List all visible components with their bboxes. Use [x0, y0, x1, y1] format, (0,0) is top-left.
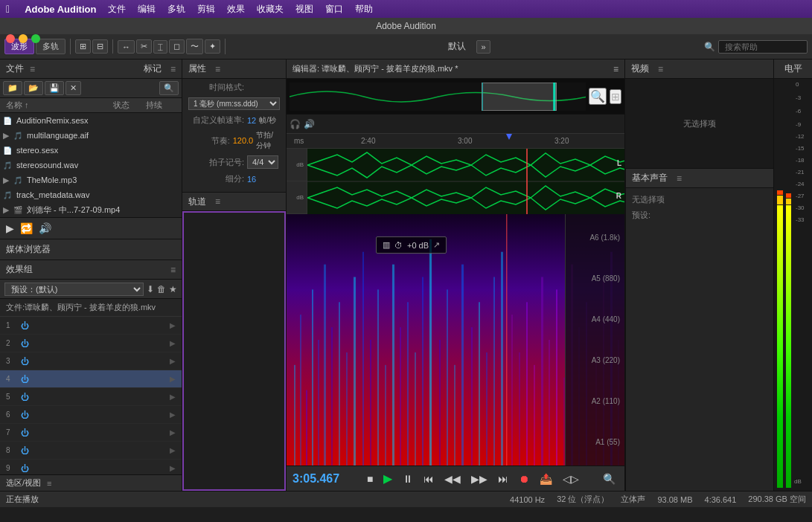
- file-item-1[interactable]: ▶ 🎵 multilanguage.aif: [0, 128, 182, 143]
- freq-a5: A5 (880): [566, 274, 624, 283]
- goto-end-btn[interactable]: ⏭: [495, 471, 511, 486]
- effect-power-6[interactable]: ⏻: [21, 410, 31, 419]
- scroll-right-btn[interactable]: ⊞: [610, 89, 621, 104]
- meter-scale: 0 -3 -6 -9 -12 -15 -18 -21 -24 -27 -30 -…: [794, 82, 809, 488]
- menu-multitrack[interactable]: 多轨: [167, 3, 185, 16]
- goto-start-btn[interactable]: ⏮: [421, 471, 437, 486]
- effect-power-8[interactable]: ⏻: [21, 446, 31, 455]
- effects-star-btn[interactable]: ★: [169, 284, 177, 294]
- search-file-btn[interactable]: 🔍: [159, 81, 179, 95]
- effect-item-3[interactable]: 3 ⏻ ▶: [0, 352, 182, 370]
- time-format-select[interactable]: 1 毫秒 (mm:ss.ddd): [188, 97, 280, 110]
- menu-window[interactable]: 窗口: [325, 3, 343, 16]
- loop-btn[interactable]: 🔁: [20, 222, 33, 234]
- pause-btn[interactable]: ⏸: [400, 471, 416, 486]
- search-input[interactable]: [718, 40, 808, 54]
- video-content: 无选择项: [625, 79, 773, 168]
- rewind-btn[interactable]: ◀◀: [441, 471, 464, 486]
- menu-view[interactable]: 视图: [295, 3, 313, 16]
- timeline-ruler: ms 2:40 3:00 3:20 3:40 4:00: [287, 134, 624, 149]
- apple-menu[interactable]: : [6, 3, 10, 15]
- right-side-panels: 视频 ≡ 无选择项 基本声音 ≡ 无选择项 预设:: [624, 59, 773, 491]
- headphone-btn[interactable]: 🎧: [290, 119, 301, 129]
- tracks-menu-icon: ≡: [215, 196, 220, 207]
- right-db-label: dB: [296, 194, 304, 201]
- more-btn[interactable]: »: [476, 40, 490, 54]
- effect-item-9[interactable]: 9 ⏻ ▶: [0, 460, 182, 474]
- effect-power-7[interactable]: ⏻: [21, 428, 31, 437]
- effect-item-1[interactable]: 1 ⏻ ▶: [0, 317, 182, 335]
- freq-labels-panel: A6 (1.8k) A5 (880) A4 (440) A3 (220) A2 …: [565, 214, 624, 465]
- open-file-btn[interactable]: 📂: [24, 81, 43, 95]
- waveform-tracks: dB dB: [287, 149, 624, 214]
- fast-forward-btn[interactable]: ▶▶: [468, 471, 490, 486]
- spot-heal-tool[interactable]: ✦: [205, 39, 220, 54]
- menu-favorites[interactable]: 收藏夹: [257, 3, 284, 16]
- razor-tool[interactable]: ✂: [136, 39, 152, 54]
- brush-tool[interactable]: 〜: [186, 39, 203, 54]
- effect-item-2[interactable]: 2 ⏻ ▶: [0, 335, 182, 352]
- file-item-6[interactable]: ▶ 🎬 刘德华 - 中...7-27-09.mp4: [0, 202, 182, 217]
- save-file-btn[interactable]: 💾: [45, 81, 64, 95]
- play-btn[interactable]: ▶: [6, 222, 14, 234]
- loop-transport-btn[interactable]: ◁▷: [560, 471, 582, 486]
- zoom-fit-btn[interactable]: 🔍: [589, 88, 607, 105]
- effect-item-5[interactable]: 5 ⏻ ▶: [0, 388, 182, 406]
- record-btn[interactable]: ⏺: [516, 471, 532, 486]
- file-item-4[interactable]: ▶ 🎵 TheMole.mp3: [0, 173, 182, 187]
- zoom-transport-btn[interactable]: 🔍: [600, 471, 618, 486]
- file-item-5[interactable]: 🎵 track_metadata.wav: [0, 187, 182, 202]
- effect-power-1[interactable]: ⏻: [21, 321, 31, 330]
- spectrum-area[interactable]: ▥ ⏱ +0 dB ↗ A6 (1.8k) A5 (880) A4 (440) …: [287, 214, 624, 465]
- effect-item-4[interactable]: 4 ⏻ ▶: [0, 370, 182, 388]
- file-item-2[interactable]: 📄 stereo.sesx: [0, 143, 182, 158]
- tracks-header: 轨道 ≡: [182, 192, 286, 211]
- menu-file[interactable]: 文件: [108, 3, 126, 16]
- file-item-0[interactable]: 📄 AuditionRemix.sesx: [0, 113, 182, 128]
- effects-list: 1 ⏻ ▶ 2 ⏻ ▶ 3 ⏻ ▶ 4: [0, 317, 182, 474]
- editor-menu-btn[interactable]: ≡: [613, 64, 618, 74]
- multi-mode-btn[interactable]: 多轨: [36, 39, 65, 54]
- effects-delete-btn[interactable]: 🗑: [157, 284, 166, 294]
- effect-power-2[interactable]: ⏻: [21, 339, 31, 348]
- menu-clip[interactable]: 剪辑: [197, 3, 215, 16]
- player-controls: ▶ 🔁 🔊: [0, 217, 182, 239]
- window-controls[interactable]: [6, 34, 40, 43]
- effects-preset-select[interactable]: 预设：(默认): [4, 283, 144, 296]
- beat-select[interactable]: 4/4: [247, 155, 278, 169]
- export-btn[interactable]: 📤: [537, 471, 555, 486]
- waveform-display[interactable]: L R: [307, 149, 624, 213]
- effect-power-3[interactable]: ⏻: [21, 357, 31, 366]
- effect-power-4[interactable]: ⏻: [21, 375, 31, 384]
- move-tool[interactable]: ↔: [118, 40, 135, 54]
- select-tool[interactable]: ⌶: [153, 40, 167, 54]
- file-name-4: TheMole.mp3: [27, 175, 179, 184]
- essential-no-selection: 无选择项: [632, 195, 665, 204]
- speaker-btn[interactable]: 🔊: [304, 119, 315, 129]
- timeline-controls: 🎧 🔊: [287, 115, 624, 134]
- close-file-btn[interactable]: ✕: [65, 81, 81, 95]
- file-name-5: track_metadata.wav: [16, 190, 179, 199]
- overview-wave[interactable]: [290, 83, 586, 111]
- menu-effects[interactable]: 效果: [227, 3, 245, 16]
- stop-btn[interactable]: ■: [364, 471, 376, 486]
- lasso-tool[interactable]: ◻: [169, 39, 185, 54]
- effect-item-8[interactable]: 8 ⏻ ▶: [0, 442, 182, 460]
- volume-btn[interactable]: 🔊: [39, 222, 51, 234]
- play-btn[interactable]: ▶: [380, 470, 395, 487]
- props-row-0: 时间格式:: [188, 82, 280, 93]
- effect-power-5[interactable]: ⏻: [21, 393, 31, 402]
- effects-save-btn[interactable]: ⬇: [147, 284, 154, 294]
- new-file-btn[interactable]: 📁: [3, 81, 22, 95]
- view-icon-1[interactable]: ⊞: [75, 39, 91, 54]
- menu-edit[interactable]: 编辑: [138, 3, 156, 16]
- meter-right: [786, 82, 792, 488]
- effect-item-7[interactable]: 7 ⏻ ▶: [0, 424, 182, 442]
- effect-power-9[interactable]: ⏻: [21, 464, 31, 473]
- effect-item-6[interactable]: 6 ⏻ ▶: [0, 406, 182, 424]
- props-unit-2: 节拍/分钟: [256, 130, 280, 151]
- props-label-0: 时间格式:: [188, 82, 244, 93]
- file-item-3[interactable]: 🎵 stereosound.wav: [0, 158, 182, 173]
- menu-help[interactable]: 帮助: [355, 3, 373, 16]
- view-icon-2[interactable]: ⊟: [92, 39, 108, 54]
